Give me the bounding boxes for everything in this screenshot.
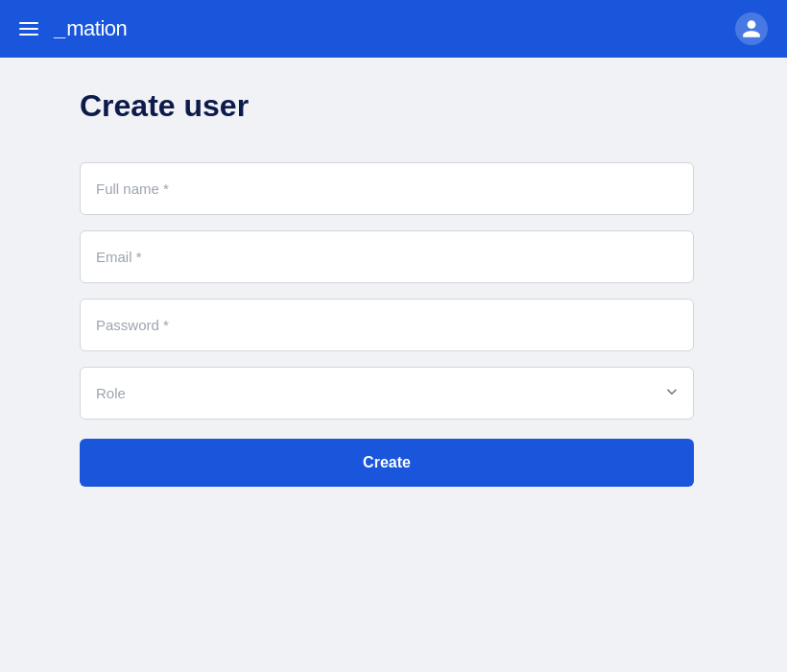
- fullname-field[interactable]: [80, 162, 694, 215]
- create-user-form: Role Admin User Viewer Create: [80, 162, 694, 487]
- logo-prefix: _: [54, 16, 65, 41]
- main-content: Create user Role Admin User Viewer Creat…: [0, 58, 787, 517]
- navbar: _mation: [0, 0, 787, 58]
- create-button[interactable]: Create: [80, 439, 694, 487]
- role-select-wrapper: Role Admin User Viewer: [80, 367, 694, 420]
- logo: _mation: [54, 16, 127, 41]
- user-avatar-icon[interactable]: [735, 12, 768, 45]
- email-field[interactable]: [80, 230, 694, 283]
- page-title: Create user: [80, 88, 707, 124]
- hamburger-menu-icon[interactable]: [19, 22, 38, 36]
- logo-text: mation: [66, 16, 127, 41]
- role-select[interactable]: Role Admin User Viewer: [80, 367, 694, 420]
- password-field[interactable]: [80, 299, 694, 351]
- navbar-left: _mation: [19, 16, 127, 41]
